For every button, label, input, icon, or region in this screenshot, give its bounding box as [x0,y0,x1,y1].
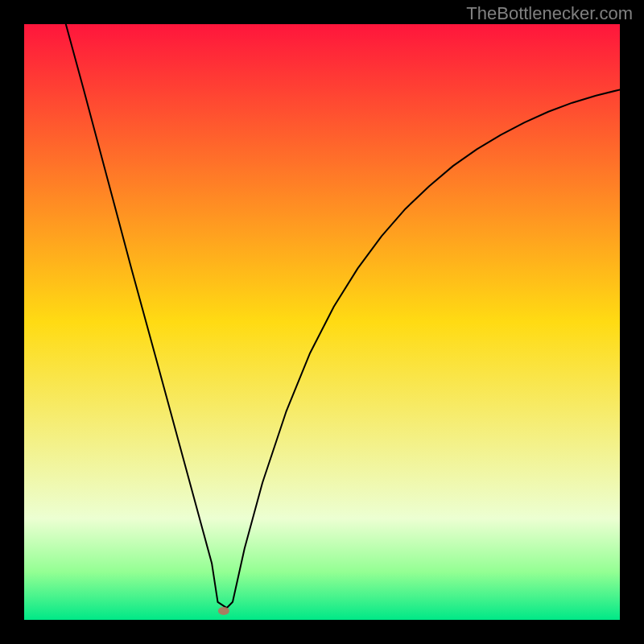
minimum-marker [218,607,229,615]
bottleneck-curve [66,24,620,608]
curve-overlay [24,24,620,620]
plot-area [24,24,620,620]
watermark-text: TheBottlenecker.com [466,3,633,24]
chart-container: TheBottlenecker.com [0,0,644,644]
